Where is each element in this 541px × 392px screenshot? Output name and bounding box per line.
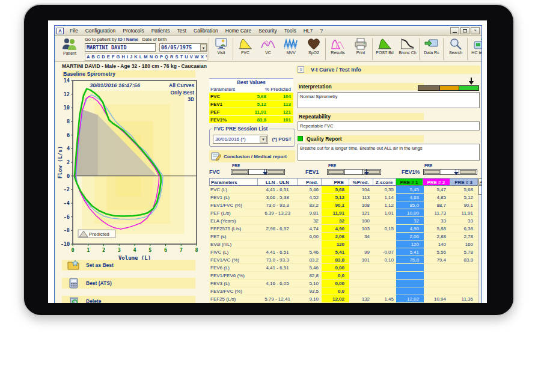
table-row[interactable]: FEV3 (L) 4,16 - 6,05 5,10 0,00 — [209, 280, 478, 287]
table-row[interactable]: FEF25 (L/s) 5,79 - 12,41 9,10 12,02 132 … — [209, 295, 478, 303]
menu-item[interactable]: Test — [173, 26, 190, 35]
gauge-bar — [327, 169, 381, 175]
col-header-pre1[interactable]: PRE # 1 — [396, 179, 424, 185]
table-row[interactable]: PEF (L/s) 6,39 - 13,23 9,81 11,91 121 1,… — [209, 209, 478, 217]
menu-item[interactable]: ? — [316, 26, 326, 35]
vc-button[interactable]: VC — [257, 37, 280, 55]
best-values-row: PEF 11,91 121 — [209, 108, 293, 116]
post-bd-button[interactable]: POST Bd — [373, 37, 396, 55]
menu-bar: Λ FileConfigurationProtocolsPatientsTest… — [55, 26, 481, 36]
menu-item[interactable]: Calibration — [190, 26, 222, 35]
table-row[interactable]: EVol (mL) 120 120 140 160 — [209, 240, 478, 248]
hc-test-button[interactable]: HC test — [467, 37, 482, 55]
table-row[interactable]: FEF2575 (L/s) 2,96 - 6,52 4,74 4,90 103 … — [209, 225, 478, 233]
menu-item[interactable]: File — [66, 26, 82, 35]
table-row[interactable]: FEV3/FVC (%) 93,5 0,0 — [209, 287, 478, 295]
svg-text:7: 7 — [180, 247, 183, 253]
col-header-pre[interactable]: PRE — [322, 179, 349, 185]
table-row[interactable]: FIVC (L) 4,41 - 6,51 5,46 5,41 99 -0,07 … — [209, 248, 478, 256]
mvv-button[interactable]: MVV — [280, 37, 302, 55]
col-header-parameters[interactable]: Parameters — [210, 179, 258, 185]
repeatability-strip: Repeatability — [298, 113, 424, 120]
dob-dropdown-icon[interactable]: ▼ — [200, 44, 207, 51]
best-values-header: Parameters % Predicted — [209, 85, 293, 93]
search-icon — [448, 37, 463, 51]
repeatability-textbox[interactable]: Repeatable FVC — [298, 121, 480, 130]
chevron-down-icon[interactable]: » — [298, 66, 304, 73]
table-row[interactable]: FEV1/FVC (%) 73,0 - 93,3 83,2 90,1 108 1… — [209, 201, 478, 209]
col-header-z-score[interactable]: Z-score — [373, 179, 396, 185]
fvc-button[interactable]: FVC — [234, 37, 257, 55]
table-row[interactable]: FEV1 (L) 3,66 - 5,38 4,52 5,12 113 1,14 … — [209, 194, 478, 201]
quality-label: Quality Report — [305, 135, 424, 142]
close-button[interactable]: × — [471, 27, 480, 34]
spo2-button[interactable]: SpO2 — [302, 37, 325, 55]
menu-item[interactable]: Configuration — [82, 26, 120, 35]
menu-item[interactable]: Security — [255, 26, 281, 35]
scroll-up-icon[interactable]: ▲ — [478, 179, 482, 185]
parameters-table-header: Parameters LLN - ULN Pred. PRE %Pred. Z-… — [209, 178, 478, 186]
patient-icon — [61, 37, 78, 51]
session-select[interactable]: 30/01/2016 (*) ▼ — [213, 135, 268, 144]
svg-text:4: 4 — [133, 247, 136, 253]
post-bd-icon — [377, 37, 393, 51]
print-button[interactable]: Print — [349, 37, 372, 55]
svg-text:12: 12 — [64, 91, 70, 97]
set-as-best-button[interactable]: Set as Best — [62, 260, 195, 271]
repeatability-label: Repeatability — [298, 113, 424, 120]
restore-button[interactable] — [460, 27, 469, 34]
patient-name-input[interactable]: MARTINI DAVID — [85, 43, 156, 52]
bronc-ch-button[interactable]: Bronc Ch — [396, 37, 419, 55]
best-values-row: FEV1% 83,8 101 — [209, 116, 293, 124]
col-header-pre2[interactable]: PRE # 2 — [423, 179, 450, 185]
table-row[interactable]: FEV6 (L) 4,41 - 6,51 5,46 0,00 — [209, 264, 478, 272]
col-header-pred[interactable]: Pred. — [298, 179, 322, 185]
col-header-pre3[interactable]: PRE # 3 — [450, 179, 477, 185]
minimize-button[interactable] — [450, 27, 459, 34]
table-row[interactable]: FEV1/VC (%) 73,0 - 93,3 83,2 83,8 101 0,… — [209, 256, 478, 264]
dob-input[interactable]: 06/05/1975 ▼ — [159, 43, 207, 52]
menu-item[interactable]: HL7 — [300, 26, 317, 35]
tablet-frame: Λ FileConfigurationProtocolsPatientsTest… — [23, 4, 515, 316]
menu-item[interactable]: Tools — [281, 26, 300, 35]
svg-text:-2: -2 — [64, 186, 70, 192]
severity-arrow-icon — [468, 78, 474, 85]
svg-text:4: 4 — [67, 145, 70, 152]
menu-item[interactable]: Protocols — [119, 26, 147, 35]
gauge-arrow-icon — [453, 169, 459, 176]
toolbar: Patient Go to patient by ID / Name Date … — [55, 36, 481, 62]
table-scrollbar[interactable]: ▲ — [478, 178, 482, 303]
table-row[interactable]: FET (s) 6,00 2,06 34 2,06 2,88 2,78 — [209, 233, 478, 240]
page: Λ FileConfigurationProtocolsPatientsTest… — [0, 0, 541, 392]
printer-icon — [353, 37, 368, 51]
data-rc-button[interactable]: Data Rc — [420, 37, 443, 55]
goto-label: Go to patient by — [85, 37, 117, 42]
quality-textbox[interactable]: Breathe out for a longer time, Breathe o… — [298, 144, 480, 161]
best-ats-button[interactable]: Best (ATS) — [62, 278, 195, 289]
interpretation-strip: Interpretation — [298, 83, 424, 90]
results-button[interactable]: Results — [326, 37, 349, 55]
table-row[interactable]: FEV1/FEV6 (%) 82,8 0,0 — [209, 272, 478, 280]
visit-button[interactable]: Visit — [210, 37, 233, 55]
menu-item[interactable]: Home Care — [222, 26, 255, 35]
interpretation-textbox[interactable]: Normal Spirometry — [298, 92, 480, 108]
results-icon — [330, 37, 346, 51]
alphabet-index[interactable]: A B C D E F G H I J K L M N O P Q R S T … — [85, 54, 207, 61]
col-header-pct-pred[interactable]: %Pred. — [349, 179, 373, 185]
col-header-lln-uln[interactable]: LLN - ULN — [258, 179, 298, 185]
session-legend: FVC PRE Session List — [212, 126, 269, 132]
menu-item[interactable]: Patients — [148, 26, 174, 35]
svg-text:6: 6 — [164, 247, 167, 253]
conclusion-button[interactable]: Conclusion / Medical report — [209, 150, 295, 162]
table-row[interactable]: ELA (Years) 32 32 100 32 33 33 — [209, 217, 478, 225]
delete-button[interactable]: Delete — [62, 296, 195, 303]
search-button[interactable]: Search — [444, 37, 467, 55]
session-dropdown-icon[interactable]: ▼ — [260, 136, 267, 142]
table-row[interactable]: FVC (L) 4,41 - 6,51 5,46 5,68 104 0,35 5… — [209, 186, 478, 194]
patient-button[interactable]: Patient — [57, 37, 82, 55]
content: Baseline Spirometry -10-8-6-4-2024681012… — [55, 70, 481, 303]
svg-text:5: 5 — [148, 247, 151, 253]
scroll-thumb[interactable] — [478, 185, 482, 195]
mvv-icon — [283, 37, 299, 51]
svg-text:3: 3 — [118, 247, 121, 253]
